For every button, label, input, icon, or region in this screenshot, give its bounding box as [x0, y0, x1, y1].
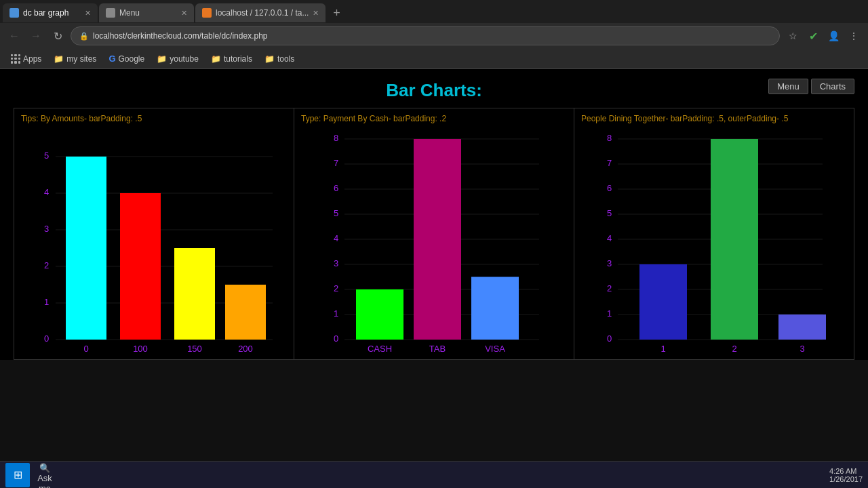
svg-text:4: 4: [334, 233, 338, 243]
charts-button[interactable]: Charts: [811, 79, 854, 94]
svg-text:0: 0: [607, 333, 612, 344]
tab-close-localhost[interactable]: ✕: [313, 9, 319, 18]
svg-text:2: 2: [732, 344, 736, 354]
svg-text:1: 1: [44, 297, 49, 307]
svg-rect-38: [356, 289, 403, 340]
chart-svg-tips: 0 1 2 3 4 5 0 100: [21, 126, 287, 357]
page-header: Bar Charts: Menu Charts: [0, 69, 868, 108]
svg-rect-62: [639, 264, 687, 340]
svg-text:1: 1: [334, 308, 338, 319]
forward-button[interactable]: →: [27, 27, 45, 45]
svg-text:1: 1: [607, 308, 612, 319]
svg-rect-14: [120, 193, 161, 340]
svg-text:4: 4: [607, 233, 612, 243]
page-content: Bar Charts: Menu Charts Tips: By Amounts…: [0, 69, 868, 360]
svg-text:TAB: TAB: [429, 344, 446, 354]
chart-svg-dining: 0 1 2 3 4 5 6 7 8: [581, 126, 847, 357]
svg-rect-66: [778, 314, 826, 340]
header-buttons: Menu Charts: [768, 79, 854, 94]
bookmark-my-sites[interactable]: 📁 my sites: [48, 53, 102, 65]
folder-icon-my-sites: 📁: [54, 54, 64, 64]
svg-text:0: 0: [334, 333, 338, 344]
svg-text:2: 2: [334, 283, 338, 293]
bookmark-star-button[interactable]: ☆: [784, 27, 802, 45]
svg-text:100: 100: [133, 344, 148, 354]
tab-bar: dc bar graph ✕ Menu ✕ localhost / 127.0.…: [0, 0, 868, 23]
svg-text:VISA: VISA: [485, 344, 505, 354]
svg-rect-12: [66, 157, 106, 340]
google-label: Google: [119, 54, 145, 64]
tutorials-label: tutorials: [224, 54, 252, 64]
nav-actions: ☆ ✔ 👤 ⋮: [784, 27, 863, 45]
menu-button[interactable]: Menu: [768, 79, 808, 94]
svg-text:3: 3: [800, 344, 804, 354]
svg-text:6: 6: [334, 183, 338, 193]
tab-menu[interactable]: Menu ✕: [99, 3, 194, 22]
bookmarks-bar: Apps 📁 my sites G Google 📁 youtube 📁 tut…: [0, 49, 868, 69]
chart-panel-dining: People Dining Together- barPadding: .5, …: [574, 108, 854, 359]
nav-bar: ← → ↻ 🔒 localhost/clerkinthecloud.com/ta…: [0, 23, 868, 49]
tab-close-menu[interactable]: ✕: [181, 9, 187, 18]
back-button[interactable]: ←: [5, 27, 23, 45]
svg-text:7: 7: [607, 158, 612, 168]
apps-icon: [11, 54, 20, 64]
chart-title-tips: Tips: By Amounts- barPadding: .5: [21, 114, 287, 123]
svg-text:8: 8: [334, 133, 338, 143]
chrome-extension-button[interactable]: ✔: [804, 27, 822, 45]
chart-panel-tips: Tips: By Amounts- barPadding: .5 0 1 2 3…: [14, 108, 294, 359]
taskbar: ⊞ 🔍 Ask me anything 4:26 AM1/26/2017: [0, 461, 868, 488]
tab-localhost[interactable]: localhost / 127.0.0.1 / ta... ✕: [195, 3, 326, 22]
svg-text:2: 2: [607, 283, 612, 293]
my-sites-label: my sites: [66, 54, 96, 64]
svg-text:3: 3: [44, 224, 49, 234]
start-button[interactable]: ⊞: [5, 463, 30, 487]
user-account-button[interactable]: 👤: [825, 27, 842, 45]
svg-text:7: 7: [334, 158, 338, 168]
bookmark-youtube[interactable]: 📁 youtube: [151, 53, 204, 65]
chrome-menu-button[interactable]: ⋮: [845, 27, 863, 45]
taskbar-left: ⊞ 🔍 Ask me anything: [5, 463, 57, 487]
svg-text:5: 5: [334, 208, 338, 218]
taskbar-time: 4:26 AM1/26/2017: [829, 467, 863, 483]
search-button[interactable]: 🔍 Ask me anything: [33, 463, 57, 487]
svg-text:1: 1: [660, 344, 665, 354]
taskbar-right: 4:26 AM1/26/2017: [829, 467, 863, 483]
chart-title-payment: Type: Payment By Cash- barPadding: .2: [301, 114, 567, 123]
tab-dc-bar-graph[interactable]: dc bar graph ✕: [3, 3, 98, 22]
refresh-button[interactable]: ↻: [49, 27, 66, 45]
svg-text:3: 3: [334, 258, 338, 268]
svg-text:5: 5: [44, 150, 49, 161]
svg-text:150: 150: [187, 344, 202, 354]
chart-svg-payment: 0 1 2 3 4 5 6 7 8: [301, 126, 567, 357]
address-bar[interactable]: 🔒 localhost/clerkinthecloud.com/table/dc…: [71, 26, 780, 45]
svg-rect-42: [471, 277, 519, 340]
bookmark-tutorials[interactable]: 📁 tutorials: [205, 53, 258, 65]
tab-close-dc[interactable]: ✕: [85, 9, 91, 18]
bookmark-google[interactable]: G Google: [103, 52, 150, 65]
svg-text:200: 200: [238, 344, 253, 354]
chart-title-dining: People Dining Together- barPadding: .5, …: [581, 114, 847, 123]
google-icon: G: [108, 54, 115, 64]
folder-icon-youtube: 📁: [157, 54, 167, 64]
svg-rect-64: [711, 139, 758, 340]
new-tab-button[interactable]: +: [327, 3, 346, 22]
svg-rect-18: [225, 285, 266, 340]
chart-panel-payment: Type: Payment By Cash- barPadding: .2 0 …: [294, 108, 574, 359]
page-title: Bar Charts:: [386, 80, 482, 101]
folder-icon-tutorials: 📁: [211, 54, 221, 64]
tools-label: tools: [277, 54, 294, 64]
bookmark-tools[interactable]: 📁 tools: [259, 53, 300, 65]
address-text: localhost/clerkinthecloud.com/table/dc/i…: [93, 31, 267, 41]
browser-chrome: dc bar graph ✕ Menu ✕ localhost / 127.0.…: [0, 0, 868, 69]
apps-label: Apps: [23, 54, 41, 64]
svg-text:6: 6: [607, 183, 612, 193]
charts-area: Tips: By Amounts- barPadding: .5 0 1 2 3…: [14, 108, 854, 360]
svg-text:2: 2: [44, 260, 49, 270]
folder-icon-tools: 📁: [264, 54, 275, 64]
youtube-label: youtube: [170, 54, 199, 64]
bookmark-apps[interactable]: Apps: [5, 53, 47, 65]
svg-rect-40: [414, 139, 461, 340]
svg-text:4: 4: [44, 187, 49, 197]
svg-text:0: 0: [83, 344, 88, 354]
svg-text:5: 5: [607, 208, 612, 218]
